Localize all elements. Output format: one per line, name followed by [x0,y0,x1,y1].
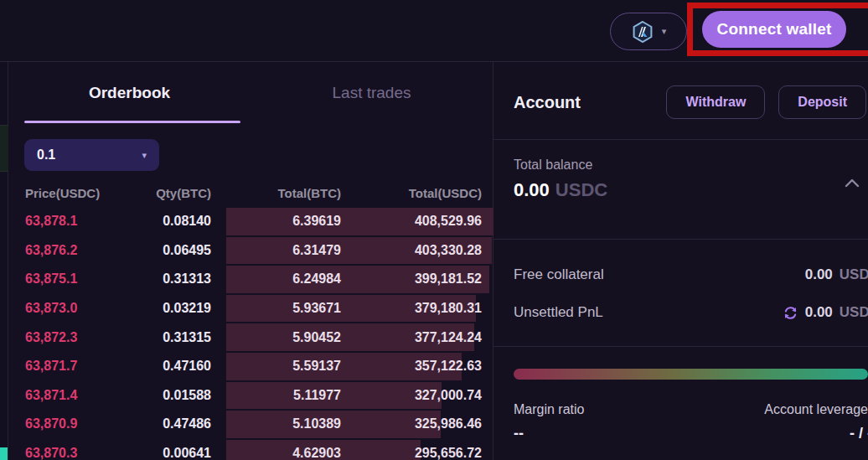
total-btc-cell: 6.39619 [211,214,341,229]
price-cell: 63,873.0 [25,301,122,316]
price-cell: 63,878.1 [25,214,122,229]
account-leverage-cell: Account leverage - / - [764,402,868,442]
account-panel: Account Withdraw Deposit Total balance 0… [493,62,868,460]
account-header: Account Withdraw Deposit [493,62,868,140]
total-btc-cell: 5.90452 [211,330,341,345]
col-total-usdc: Total(USDC) [341,186,482,200]
account-leverage-label: Account leverage [764,402,868,417]
col-price: Price(USDC) [25,186,122,200]
annotation-highlight-box: Connect wallet [687,3,868,56]
free-collateral-row: Free collateral 0.00 USDC [514,260,868,290]
price-cell: 63,871.4 [25,388,122,403]
trading-app-screen: ▾ Connect wallet Orderbook Last trades [0,0,868,460]
orderbook-row[interactable]: 63,872.3 0.31315 5.90452 377,124.24 [8,323,493,352]
price-cell: 63,875.1 [25,271,122,287]
total-btc-cell: 5.11977 [211,388,341,403]
teal-panel-fragment [0,447,8,460]
total-balance-section: Total balance 0.00USDC [493,140,868,240]
top-bar: ▾ Connect wallet [0,0,868,62]
col-qty: Qty(BTC) [122,186,211,200]
account-actions: Withdraw Deposit [666,85,866,119]
account-leverage-value: - / - [764,425,868,442]
total-btc-cell: 5.59137 [211,359,341,374]
total-btc-cell: 6.24984 [211,271,341,287]
tick-size-value: 0.1 [37,147,55,163]
total-btc-cell: 6.31479 [211,243,341,258]
orderbook-row[interactable]: 63,878.1 0.08140 6.39619 408,529.96 [8,207,493,236]
orderbook-row[interactable]: 63,875.1 0.31313 6.24984 399,181.52 [8,265,493,294]
chevron-down-icon: ▾ [142,150,147,161]
network-selector[interactable]: ▾ [610,13,687,50]
orderbook-header-row: Price(USDC) Qty(BTC) Total(BTC) Total(US… [8,179,493,207]
tab-orderbook[interactable]: Orderbook [8,62,251,123]
qty-cell: 0.00641 [122,446,211,460]
price-cell: 63,872.3 [25,330,122,345]
qty-cell: 0.31313 [122,271,211,287]
chevron-down-icon: ▾ [662,27,667,36]
qty-cell: 0.06495 [122,243,211,258]
orderbook-controls: 0.1 ▾ [8,123,493,179]
margin-ratio-gradient-bar [514,369,868,380]
total-usdc-cell: 399,181.52 [341,271,482,287]
price-cell: 63,871.7 [25,359,122,374]
withdraw-button[interactable]: Withdraw [666,85,765,119]
total-usdc-cell: 327,000.74 [341,388,482,403]
orderbook-panel: Orderbook Last trades 0.1 ▾ Price(USDC) … [8,62,493,460]
qty-cell: 0.03219 [122,301,211,316]
unsettled-pnl-value: 0.00 USDC [783,304,868,321]
orderbook-row[interactable]: 63,876.2 0.06495 6.31479 403,330.28 [8,236,493,266]
orderbook-row[interactable]: 63,873.0 0.03219 5.93671 379,180.31 [8,294,493,323]
collateral-section: Free collateral 0.00 USDC Unsettled PnL [493,240,868,347]
total-balance-label: Total balance [514,158,868,173]
refresh-icon[interactable] [783,305,798,321]
qty-cell: 0.47486 [122,416,211,432]
account-title: Account [514,93,581,112]
orderbook-tabs: Orderbook Last trades [8,62,493,123]
left-panel-fragment [0,125,8,172]
tick-size-dropdown[interactable]: 0.1 ▾ [24,139,159,171]
total-btc-cell: 5.93671 [211,301,341,316]
orderbook-row[interactable]: 63,870.9 0.47486 5.10389 325,986.46 [8,410,493,439]
margin-ratio-value: -- [514,425,584,442]
orderbook-row[interactable]: 63,871.7 0.47160 5.59137 357,122.63 [8,352,493,381]
risk-section: Margin ratio -- Account leverage - / - [493,347,868,442]
total-usdc-cell: 408,529.96 [341,214,482,229]
margin-ratio-label: Margin ratio [514,402,584,417]
total-usdc-cell: 357,122.63 [341,359,482,374]
free-collateral-label: Free collateral [514,266,604,283]
unsettled-pnl-row: Unsettled PnL 0.00 USDC [514,297,868,328]
free-collateral-value: 0.00 USDC [805,266,868,283]
risk-labels: Margin ratio -- Account leverage - / - [514,402,868,442]
total-usdc-cell: 379,180.31 [341,301,482,316]
qty-cell: 0.08140 [122,214,211,229]
total-usdc-cell: 325,986.46 [341,416,482,432]
total-usdc-cell: 403,330.28 [341,243,482,258]
total-btc-cell: 4.62903 [211,446,341,460]
arbitrum-hexagon-icon [631,20,654,44]
total-usdc-cell: 377,124.24 [341,330,482,345]
orderbook-row[interactable]: 63,870.3 0.00641 4.62903 295,656.72 [8,439,493,460]
tab-orderbook-label: Orderbook [89,84,170,102]
balance-currency: USDC [555,179,607,200]
total-usdc-cell: 295,656.72 [341,446,482,460]
chevron-up-icon[interactable] [845,178,860,188]
total-btc-cell: 5.10389 [211,416,341,432]
unsettled-pnl-label: Unsettled PnL [514,304,603,321]
margin-ratio-cell: Margin ratio -- [514,402,584,442]
deposit-button[interactable]: Deposit [778,85,866,119]
col-total-btc: Total(BTC) [211,186,341,200]
qty-cell: 0.47160 [122,359,211,374]
balance-amount: 0.00 [514,179,550,200]
total-balance-value: 0.00USDC [514,179,868,201]
tab-last-trades[interactable]: Last trades [251,62,493,123]
orderbook-rows: 63,878.1 0.08140 6.39619 408,529.96 63,8… [8,207,493,460]
price-cell: 63,870.3 [25,446,122,460]
connect-wallet-button[interactable]: Connect wallet [702,11,846,48]
tab-last-trades-label: Last trades [333,84,411,102]
left-edge-strip [0,62,8,460]
price-cell: 63,870.9 [25,416,122,432]
orderbook-row[interactable]: 63,871.4 0.01588 5.11977 327,000.74 [8,381,493,411]
qty-cell: 0.31315 [122,330,211,345]
qty-cell: 0.01588 [122,388,211,403]
price-cell: 63,876.2 [25,243,122,258]
